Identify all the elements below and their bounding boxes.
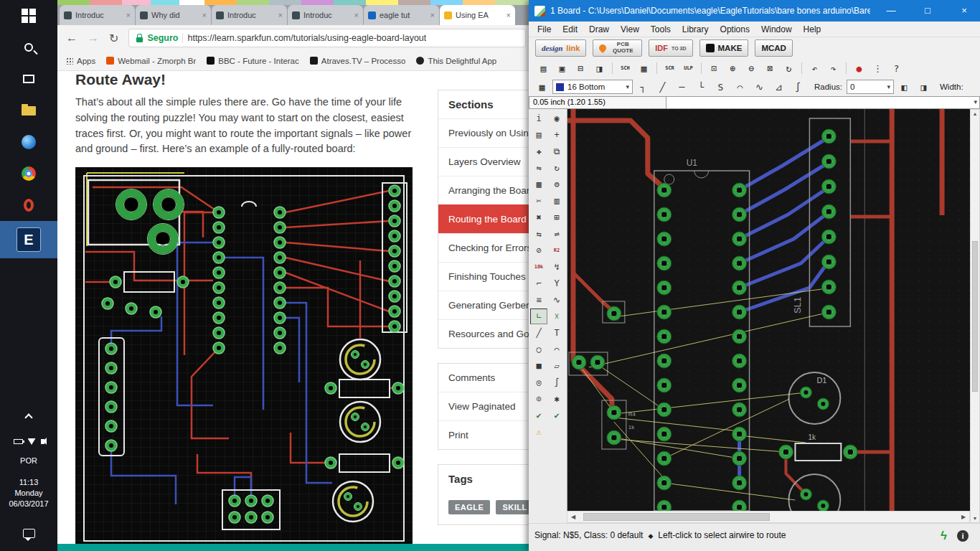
tab-close-icon[interactable]: ×	[430, 11, 435, 19]
menu-view[interactable]: View	[615, 23, 645, 36]
command-combo[interactable]: ▾	[666, 96, 980, 109]
value-tool[interactable]: 10k	[530, 259, 547, 275]
start-button[interactable]	[0, 0, 57, 32]
schematic-button[interactable]: SCH	[616, 61, 634, 76]
menu-window[interactable]: Window	[755, 23, 798, 36]
print-button[interactable]: ⊟	[572, 61, 590, 76]
section-link-previously[interactable]: Previously on Using EAGLE	[438, 118, 529, 147]
optimize-tool[interactable]: ≡	[530, 292, 547, 308]
notification-center-icon[interactable]	[23, 529, 35, 538]
copy-tool[interactable]: ⧉	[548, 143, 565, 159]
tab-close-icon[interactable]: ×	[278, 11, 283, 19]
eagle-taskbar-button[interactable]: E	[0, 221, 57, 258]
show-tool[interactable]: ◉	[548, 110, 565, 126]
route-tool[interactable]: ∟	[530, 309, 547, 324]
section-link-routing[interactable]: Routing the Board	[438, 204, 529, 233]
rotate-tool[interactable]: ↻	[548, 160, 565, 176]
menu-file[interactable]: File	[532, 23, 557, 36]
wire-bend-curve-button[interactable]: ∿	[750, 80, 768, 95]
undo-button[interactable]: ↶	[806, 61, 824, 76]
forward-button[interactable]: →	[88, 32, 99, 44]
cut-tool[interactable]: ✂	[530, 193, 547, 209]
tag-eagle[interactable]: EAGLE	[448, 500, 490, 514]
zoom-in-button[interactable]: ⊕	[724, 61, 742, 76]
reload-button[interactable]: ↻	[109, 32, 118, 45]
scrollbar-thumb[interactable]	[972, 241, 978, 392]
address-bar[interactable]: Seguro https://learn.sparkfun.com/tutori…	[128, 29, 526, 47]
tab-5[interactable]: eagle tut×	[364, 5, 439, 25]
task-view-button[interactable]	[0, 63, 57, 95]
file-explorer-button[interactable]	[0, 95, 57, 126]
info-tool[interactable]: i	[530, 110, 547, 126]
menu-library[interactable]: Library	[677, 23, 715, 36]
wire-bend-4-button[interactable]: └	[692, 80, 710, 95]
mcad-button[interactable]: MCAD	[755, 39, 793, 57]
chrome-taskbar-button[interactable]	[0, 158, 57, 189]
tab-3[interactable]: Introduc×	[212, 5, 287, 25]
name-tool[interactable]: R2	[548, 242, 565, 258]
volume-icon[interactable]	[41, 439, 44, 444]
opera-taskbar-button[interactable]	[0, 189, 57, 221]
view-paginated-link[interactable]: View Paginated	[438, 392, 529, 420]
tab-1[interactable]: Introduc×	[60, 5, 135, 25]
move-tool[interactable]: ✚	[530, 143, 547, 159]
back-button[interactable]: ←	[66, 32, 77, 44]
scrollbar-thumb[interactable]	[583, 513, 770, 521]
text-tool[interactable]: T	[548, 325, 565, 341]
zoom-out-button[interactable]: ⊖	[743, 61, 760, 76]
hole-tool[interactable]: ⊙	[530, 391, 547, 407]
scroll-up-icon[interactable]: ▲	[973, 111, 978, 116]
section-link-checking[interactable]: Checking for Errors	[438, 233, 529, 262]
mirror-tool[interactable]: ⇋	[530, 160, 547, 176]
add-tool[interactable]: ⊞	[548, 209, 565, 225]
menu-edit[interactable]: Edit	[557, 23, 583, 36]
wire-bend-arc-button[interactable]: ⌒	[731, 80, 749, 95]
wire-bend-miter-button[interactable]: ⊿	[770, 80, 788, 95]
vertical-scrollbar[interactable]: ▲ ▼	[970, 109, 980, 523]
tab-close-icon[interactable]: ×	[202, 11, 207, 19]
tab-close-icon[interactable]: ×	[507, 11, 511, 19]
battery-icon[interactable]	[14, 439, 23, 444]
menu-tools[interactable]: Tools	[645, 23, 677, 36]
menu-help[interactable]: Help	[798, 23, 827, 36]
export-image-button[interactable]: ◨	[590, 61, 608, 76]
apps-shortcut[interactable]: Apps	[66, 57, 95, 65]
split-tool[interactable]: Y	[548, 276, 565, 291]
tag-skill[interactable]: SKILL	[496, 500, 529, 514]
minimize-button[interactable]: —	[875, 0, 907, 22]
info-icon[interactable]: i	[957, 530, 969, 542]
wire-bend-s-button[interactable]: S	[712, 80, 730, 95]
via-tool[interactable]: ◎	[530, 375, 547, 390]
url-text[interactable]: https://learn.sparkfun.com/tutorials/usi…	[187, 33, 426, 43]
taskbar-clock[interactable]: 11:13 Monday 06/03/2017	[0, 477, 57, 509]
signal-tool[interactable]: ∫	[548, 375, 565, 390]
zoom-select-button[interactable]: ⊠	[761, 61, 779, 76]
replace-tool[interactable]: ⇌	[548, 226, 565, 242]
tab-4[interactable]: Introduc×	[288, 5, 363, 25]
bookmark-atraves[interactable]: Atraves.TV – Processo	[310, 57, 406, 65]
miter-tool[interactable]: ⌐	[530, 276, 547, 291]
delete-tool[interactable]: ✖	[530, 209, 547, 225]
section-link-gerbers[interactable]: Generating Gerbers	[438, 291, 529, 319]
tab-6-active[interactable]: Using EA×	[440, 5, 515, 25]
wire-tool[interactable]: ╱	[530, 325, 547, 341]
scroll-right-icon[interactable]: ▶	[958, 514, 969, 520]
make-button[interactable]: MAKE	[699, 39, 749, 57]
horizontal-scrollbar[interactable]: ◀ ▶	[567, 511, 970, 523]
wifi-icon[interactable]	[28, 438, 36, 445]
print-link[interactable]: Print	[438, 420, 529, 449]
style-toggle-2-button[interactable]: ◨	[915, 80, 933, 95]
ripup-tool[interactable]: ☓	[548, 309, 565, 324]
layer-select[interactable]: 16 Bottom ▾	[552, 80, 633, 94]
board-canvas[interactable]: U1 SL1 D1 1k R4 1k	[567, 109, 970, 511]
display-tool[interactable]: ▤	[530, 127, 547, 143]
pcb-quote-button[interactable]: PCB QUOTE	[593, 39, 642, 57]
more-options-button[interactable]: ⋮	[869, 61, 887, 76]
tray-expand-icon[interactable]	[24, 413, 32, 421]
comments-link[interactable]: Comments	[438, 364, 529, 392]
tab-2[interactable]: Why did×	[136, 5, 211, 25]
designlink-button[interactable]: designlink	[535, 39, 586, 57]
polygon-tool[interactable]: ▱	[548, 358, 565, 374]
zoom-redraw-button[interactable]: ↻	[780, 61, 798, 76]
idf-to-3d-button[interactable]: IDFTO 3D	[649, 39, 692, 57]
